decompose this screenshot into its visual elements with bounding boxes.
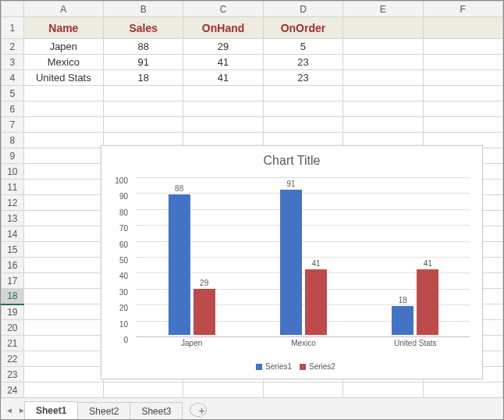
cell[interactable] bbox=[263, 86, 343, 101]
column-header-D[interactable]: D bbox=[263, 2, 343, 17]
cell[interactable]: OnHand bbox=[183, 17, 263, 39]
cell[interactable]: Sales bbox=[104, 17, 183, 39]
row-header[interactable]: 23 bbox=[2, 367, 24, 383]
cell[interactable] bbox=[183, 101, 263, 117]
cell[interactable] bbox=[343, 70, 423, 86]
row-header[interactable]: 2 bbox=[2, 39, 24, 55]
row-header[interactable]: 22 bbox=[2, 351, 24, 367]
row-header[interactable]: 15 bbox=[2, 242, 24, 258]
cell[interactable] bbox=[23, 367, 103, 383]
cell[interactable] bbox=[23, 180, 103, 195]
row-header[interactable]: 11 bbox=[2, 180, 24, 195]
cell[interactable] bbox=[423, 117, 502, 133]
cell[interactable] bbox=[423, 39, 502, 55]
cell[interactable]: 23 bbox=[263, 70, 343, 86]
cell[interactable] bbox=[263, 383, 343, 398]
row-header[interactable]: 4 bbox=[2, 70, 24, 86]
cell[interactable] bbox=[263, 117, 343, 133]
column-header-E[interactable]: E bbox=[343, 2, 423, 17]
cell[interactable] bbox=[423, 70, 502, 86]
cell[interactable] bbox=[23, 273, 103, 289]
column-header-C[interactable]: C bbox=[183, 2, 263, 17]
column-header-B[interactable]: B bbox=[104, 2, 183, 17]
row-header[interactable]: 10 bbox=[2, 164, 24, 180]
embedded-chart[interactable]: Chart Title 0102030405060708090100 88299… bbox=[101, 145, 483, 379]
bar[interactable] bbox=[193, 289, 215, 335]
row-header[interactable]: 5 bbox=[2, 86, 24, 101]
cell[interactable]: United Stats bbox=[23, 70, 103, 86]
row-header[interactable]: 6 bbox=[2, 101, 24, 117]
row-header[interactable]: 14 bbox=[2, 226, 24, 242]
cell[interactable] bbox=[23, 351, 103, 367]
cell[interactable] bbox=[23, 383, 103, 398]
row-header[interactable]: 12 bbox=[2, 195, 24, 211]
cell[interactable] bbox=[183, 383, 263, 398]
cell[interactable] bbox=[183, 86, 263, 101]
cell[interactable]: 5 bbox=[263, 39, 343, 55]
cell[interactable] bbox=[104, 383, 183, 398]
row-header[interactable]: 20 bbox=[2, 320, 24, 336]
cell[interactable] bbox=[343, 101, 423, 117]
row-header[interactable]: 24 bbox=[2, 383, 24, 398]
cell[interactable] bbox=[104, 101, 183, 117]
cell[interactable] bbox=[23, 242, 103, 258]
cell[interactable]: Name bbox=[23, 17, 103, 39]
cell[interactable] bbox=[23, 289, 103, 304]
cell[interactable]: 41 bbox=[183, 70, 263, 86]
cell[interactable]: 91 bbox=[104, 55, 183, 70]
cell[interactable]: OnOrder bbox=[263, 17, 343, 39]
tab-prev-icon[interactable]: ◄ bbox=[4, 404, 15, 416]
cell[interactable] bbox=[423, 55, 502, 70]
cell[interactable] bbox=[23, 133, 103, 148]
cell[interactable] bbox=[183, 117, 263, 133]
cell[interactable]: Japen bbox=[23, 39, 103, 55]
sheet-tab[interactable]: Sheet2 bbox=[77, 402, 130, 420]
cell[interactable] bbox=[23, 117, 103, 133]
cell[interactable] bbox=[343, 39, 423, 55]
cell[interactable]: Mexico bbox=[23, 55, 103, 70]
bar[interactable] bbox=[305, 269, 327, 335]
cell[interactable] bbox=[263, 101, 343, 117]
bar[interactable] bbox=[392, 306, 413, 335]
cell[interactable] bbox=[23, 336, 103, 351]
cell[interactable] bbox=[23, 101, 103, 117]
bar[interactable] bbox=[417, 269, 438, 335]
bar[interactable] bbox=[280, 190, 302, 335]
select-all-corner[interactable] bbox=[2, 2, 24, 17]
cell[interactable] bbox=[23, 304, 103, 320]
cell[interactable]: 41 bbox=[183, 55, 263, 70]
row-header[interactable]: 8 bbox=[2, 133, 24, 148]
column-header-F[interactable]: F bbox=[423, 2, 502, 17]
row-header[interactable]: 13 bbox=[2, 211, 24, 226]
cell[interactable] bbox=[343, 17, 423, 39]
cell[interactable] bbox=[23, 164, 103, 180]
row-header[interactable]: 19 bbox=[2, 304, 24, 320]
cell[interactable] bbox=[423, 17, 502, 39]
row-header[interactable]: 21 bbox=[2, 336, 24, 351]
row-header[interactable]: 1 bbox=[2, 17, 24, 39]
column-header-A[interactable]: A bbox=[23, 2, 103, 17]
row-header[interactable]: 17 bbox=[2, 273, 24, 289]
cell[interactable] bbox=[343, 383, 423, 398]
cell[interactable] bbox=[343, 55, 423, 70]
cell[interactable] bbox=[423, 86, 502, 101]
bar[interactable] bbox=[169, 194, 190, 335]
cell[interactable]: 88 bbox=[104, 39, 183, 55]
cell[interactable] bbox=[423, 383, 502, 398]
cell[interactable]: 29 bbox=[183, 39, 263, 55]
cell[interactable] bbox=[23, 226, 103, 242]
new-sheet-button[interactable]: + bbox=[190, 403, 207, 417]
cell[interactable]: 23 bbox=[263, 55, 343, 70]
cell[interactable] bbox=[23, 320, 103, 336]
cell[interactable] bbox=[343, 117, 423, 133]
sheet-tab[interactable]: Sheet1 bbox=[24, 401, 78, 420]
row-header[interactable]: 9 bbox=[2, 148, 24, 164]
row-header[interactable]: 18 bbox=[2, 289, 24, 304]
cell[interactable] bbox=[23, 195, 103, 211]
sheet-tab[interactable]: Sheet3 bbox=[130, 402, 183, 420]
row-header[interactable]: 3 bbox=[2, 55, 24, 70]
cell[interactable] bbox=[104, 86, 183, 101]
cell[interactable]: 18 bbox=[104, 70, 183, 86]
cell[interactable] bbox=[23, 148, 103, 164]
row-header[interactable]: 7 bbox=[2, 117, 24, 133]
